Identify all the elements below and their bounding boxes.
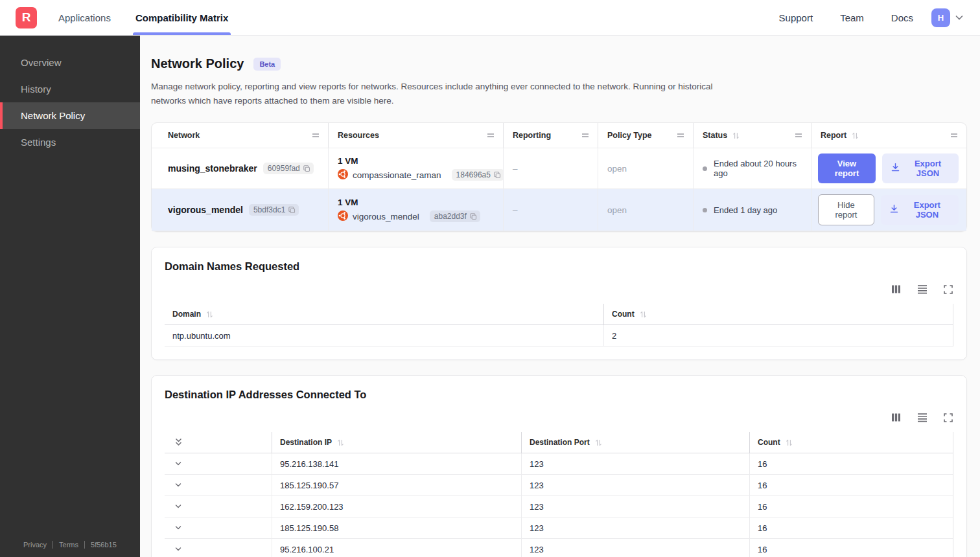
build-version: 5f56b15 [91,541,117,549]
page-title: Network Policy [151,56,244,71]
hide-report-button[interactable]: Hide report [818,194,874,225]
sort-icon[interactable] [639,310,648,319]
copy-icon[interactable] [469,212,478,221]
drag-handle-icon[interactable] [581,131,590,140]
status-cell: Ended about 20 hours ago [693,148,811,188]
sidebar: Overview History Network Policy Settings… [0,36,140,557]
sidebar-item-network-policy[interactable]: Network Policy [0,102,140,129]
sort-icon[interactable] [785,438,793,447]
view-report-button[interactable]: View report [818,153,876,183]
domain-names-card: Domain Names Requested Domain Count [151,247,967,360]
destination-ip-cell: 185.125.190.58 [272,517,521,539]
column-header-status[interactable]: Status [693,123,811,148]
chevron-down-icon[interactable] [954,12,964,23]
reporting-cell: – [503,189,598,231]
support-link[interactable]: Support [779,12,813,23]
docs-link[interactable]: Docs [891,12,913,23]
network-id-pill: 60959fad [263,163,314,174]
drag-handle-icon[interactable] [486,131,495,140]
destination-ip-cell: 185.125.190.57 [272,475,521,496]
status-dot [703,166,707,171]
expander-cell [165,475,272,496]
copy-icon[interactable] [303,165,311,173]
table-row: 185.125.190.57 123 16 [165,475,953,496]
chevron-down-icon[interactable] [174,459,183,468]
team-link[interactable]: Team [840,12,864,23]
column-label: Destination Port [530,438,590,447]
chevron-down-icon[interactable] [174,502,183,511]
avatar[interactable]: H [931,8,950,27]
export-json-button[interactable]: Export JSON [882,153,959,183]
sidebar-item-history[interactable]: History [0,76,140,102]
sort-icon[interactable] [851,131,859,140]
table-toolbar [165,284,953,295]
column-header-count[interactable]: Count [603,304,953,325]
expander-cell [165,539,272,557]
chevron-down-icon[interactable] [174,481,183,490]
divider [84,541,85,549]
count-cell: 16 [749,539,953,557]
sidebar-footer: Privacy Terms 5f56b15 [0,541,140,557]
columns-icon[interactable] [891,412,902,423]
expander-cell [165,496,272,517]
destination-ips-card: Destination IP Addresses Connected To De… [151,375,967,557]
copy-icon[interactable] [288,206,296,214]
network-row-musing-stonebraker: musing_stonebraker 60959fad 1 VM compass… [152,148,966,189]
report-cell: View report Export JSON [811,148,966,188]
tab-compatibility-matrix[interactable]: Compatibility Matrix [135,0,228,35]
double-chevron-down-icon[interactable] [174,437,183,448]
sort-icon[interactable] [594,438,603,447]
resources-cell: 1 VM compassionate_raman 184696a5 [328,148,503,188]
drag-handle-icon[interactable] [950,131,959,140]
export-json-label: Export JSON [905,159,950,178]
chevron-down-icon[interactable] [174,523,183,532]
sidebar-item-settings[interactable]: Settings [0,129,140,155]
fullscreen-icon[interactable] [943,413,953,423]
drag-handle-icon[interactable] [794,131,803,140]
sidebar-item-overview[interactable]: Overview [0,49,140,76]
destination-port-cell: 123 [521,517,749,539]
policy-type-cell: open [598,189,693,231]
copy-icon[interactable] [493,171,502,179]
column-header-report[interactable]: Report [811,123,966,148]
reporting-cell: – [503,148,598,188]
chevron-down-icon[interactable] [174,545,183,554]
column-header-domain[interactable]: Domain [165,304,603,325]
card-title: Domain Names Requested [165,260,953,273]
network-name-cell: musing_stonebraker 60959fad [152,148,328,188]
column-header-network: Network [152,123,328,148]
column-label: Reporting [513,131,551,140]
fullscreen-icon[interactable] [943,284,953,295]
network-name: musing_stonebraker [168,163,257,174]
column-header-policy-type: Policy Type [598,123,693,148]
policy-type-cell: open [598,148,693,188]
domains-table: Domain Count ntp.ubuntu.com 2 [165,304,953,347]
column-label: Network [168,131,200,140]
column-header-destination-port[interactable]: Destination Port [521,432,749,453]
networks-table-header: Network Resources Reporting Policy Type … [152,123,966,148]
row-density-icon[interactable] [916,284,928,295]
columns-icon[interactable] [891,284,902,295]
drag-handle-icon[interactable] [311,131,320,140]
destination-port-cell: 123 [521,539,749,557]
domains-table-header: Domain Count [165,304,953,325]
row-density-icon[interactable] [916,412,928,423]
resource-name: compassionate_raman [353,170,441,180]
sort-icon[interactable] [336,438,345,447]
export-json-label: Export JSON [904,200,950,220]
vm-count: 1 VM [338,156,358,166]
networks-card: Network Resources Reporting Policy Type … [151,122,967,232]
privacy-link[interactable]: Privacy [23,541,47,549]
column-header-count[interactable]: Count [749,432,953,453]
drag-handle-icon[interactable] [676,131,685,140]
tab-applications[interactable]: Applications [58,0,111,35]
terms-link[interactable]: Terms [59,541,78,549]
destination-ip-cell: 95.216.100.21 [272,539,521,557]
sort-icon[interactable] [205,310,214,319]
expander-cell [165,517,272,539]
sort-icon[interactable] [732,131,740,140]
table-row: ntp.ubuntu.com 2 [165,325,953,347]
app-logo[interactable]: R [16,7,37,28]
export-json-button[interactable]: Export JSON [881,195,959,225]
column-header-destination-ip[interactable]: Destination IP [272,432,521,453]
